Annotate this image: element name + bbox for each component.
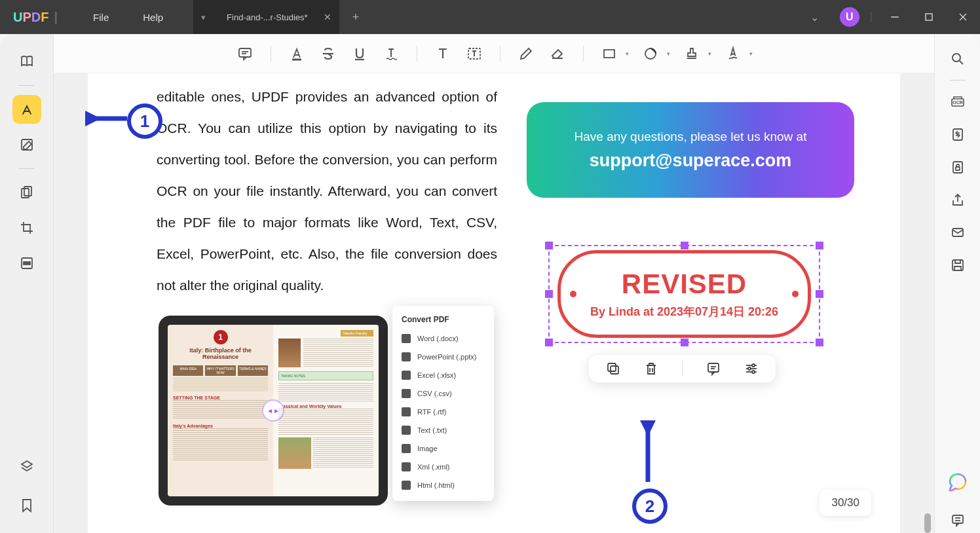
minimize-button[interactable] xyxy=(878,0,912,34)
convert-option-html[interactable]: Html (.html) xyxy=(392,476,494,494)
convert-option-excel[interactable]: Excel (.xlsx) xyxy=(392,366,494,384)
file-icon xyxy=(402,426,411,435)
highlighter-tool[interactable] xyxy=(283,40,311,67)
svg-point-26 xyxy=(748,367,751,370)
caret-icon[interactable]: ▾ xyxy=(626,50,629,57)
comment-mode-button[interactable] xyxy=(12,95,41,124)
reader-mode-button[interactable] xyxy=(12,47,41,76)
file-icon xyxy=(402,389,411,398)
svg-rect-16 xyxy=(604,50,614,58)
convert-button[interactable] xyxy=(945,121,971,147)
edit-mode-button[interactable] xyxy=(12,130,41,159)
strikethrough-tool[interactable] xyxy=(314,40,342,67)
svg-text:OCR: OCR xyxy=(952,100,963,105)
save-button[interactable] xyxy=(945,252,971,278)
title-bar: UPDF| File Help ▾ Find-and-...r-Studies*… xyxy=(0,0,980,34)
scrollbar-thumb[interactable] xyxy=(924,513,931,533)
maximize-button[interactable] xyxy=(912,0,946,34)
app-logo: UPDF| xyxy=(0,10,76,25)
file-icon xyxy=(402,334,411,343)
stamp-context-toolbar xyxy=(589,355,776,382)
body-paragraph: editable ones, UPDF provides an advanced… xyxy=(157,81,497,301)
callout-badge-1: 1 xyxy=(127,103,162,139)
caret-icon[interactable]: ▾ xyxy=(749,50,753,57)
layers-button[interactable] xyxy=(12,452,41,481)
close-button[interactable] xyxy=(946,0,980,34)
convert-option-word[interactable]: Word (.docx) xyxy=(392,329,494,348)
pdf-page: editable ones, UPDF provides an advanced… xyxy=(88,73,900,533)
caret-icon[interactable]: ▾ xyxy=(667,50,670,57)
resize-handle[interactable] xyxy=(816,339,823,346)
ai-assistant-icon[interactable] xyxy=(947,471,969,494)
stamp-selection[interactable]: REVISED By Linda at 2023年07月14日 20:26 xyxy=(548,245,820,343)
note-button[interactable] xyxy=(706,361,721,376)
tab-close-icon[interactable]: ✕ xyxy=(324,12,331,22)
redact-button[interactable] xyxy=(12,249,41,278)
eraser-tool[interactable] xyxy=(544,40,571,67)
svg-rect-9 xyxy=(239,48,251,57)
resize-handle[interactable] xyxy=(545,290,553,298)
ocr-button[interactable]: OCR xyxy=(945,88,971,115)
bookmarks-button[interactable] xyxy=(12,491,41,520)
convert-option-image[interactable]: Image xyxy=(392,439,494,458)
file-icon xyxy=(402,444,411,453)
annotation-toolbar: ▾ ▾ ▾ ▾ xyxy=(54,34,934,73)
sticky-note-tool[interactable] xyxy=(231,40,259,67)
svg-rect-40 xyxy=(952,515,963,523)
circle-tool[interactable] xyxy=(637,40,664,67)
user-avatar[interactable]: U xyxy=(840,7,859,27)
search-button[interactable] xyxy=(945,46,971,72)
file-icon xyxy=(402,371,411,380)
crop-pages-button[interactable] xyxy=(12,213,41,242)
caret-icon[interactable]: ▾ xyxy=(708,50,711,57)
resize-handle[interactable] xyxy=(816,242,823,249)
tab-dropdown-icon[interactable]: ▾ xyxy=(201,12,206,22)
convert-option-csv[interactable]: CSV (.csv) xyxy=(392,384,494,403)
document-tab[interactable]: ▾ Find-and-...r-Studies* ✕ xyxy=(193,0,339,34)
illustration-number: 1 xyxy=(214,330,228,344)
text-box-tool[interactable] xyxy=(461,40,488,67)
signature-tool[interactable] xyxy=(719,40,747,67)
rectangle-tool[interactable] xyxy=(595,40,623,67)
resize-handle[interactable] xyxy=(681,242,688,249)
tab-title: Find-and-...r-Studies* xyxy=(227,12,308,22)
copy-button[interactable] xyxy=(606,361,620,376)
pencil-tool[interactable] xyxy=(512,40,540,67)
document-canvas[interactable]: editable ones, UPDF provides an advanced… xyxy=(54,73,934,533)
file-icon xyxy=(402,481,411,490)
properties-button[interactable] xyxy=(744,361,759,376)
convert-option-rtf[interactable]: RTF (.rtf) xyxy=(392,403,494,421)
illustration-headline: Italy: Birthplace of the Renaissance xyxy=(173,347,268,360)
organize-pages-button[interactable] xyxy=(12,178,41,207)
stamp-title: REVISED xyxy=(622,268,747,300)
menu-file[interactable]: File xyxy=(76,12,126,23)
svg-point-24 xyxy=(752,364,755,367)
stamp-tool[interactable] xyxy=(678,40,706,67)
convert-option-powerpoint[interactable]: PowerPoint (.pptx) xyxy=(392,348,494,366)
right-sidebar: OCR xyxy=(934,34,980,533)
tabs-chevron-icon[interactable]: ⌄ xyxy=(800,11,829,24)
comments-panel-button[interactable] xyxy=(945,507,971,533)
new-tab-button[interactable]: + xyxy=(339,10,373,24)
text-tool[interactable] xyxy=(429,40,457,67)
resize-handle[interactable] xyxy=(545,339,553,346)
stamp-byline: By Linda at 2023年07月14日 20:26 xyxy=(590,304,778,320)
convert-popup-title: Convert PDF xyxy=(392,312,494,329)
resize-handle[interactable] xyxy=(681,339,688,346)
underline-tool[interactable] xyxy=(346,40,373,67)
resize-handle[interactable] xyxy=(816,290,823,298)
convert-option-text[interactable]: Text (.txt) xyxy=(392,421,494,439)
squiggly-tool[interactable] xyxy=(377,40,405,67)
convert-pdf-popup: Convert PDF Word (.docx) PowerPoint (.pp… xyxy=(392,306,494,501)
support-line: Have any questions, please let us know a… xyxy=(575,130,807,144)
convert-option-xml[interactable]: Xml (.xml) xyxy=(392,458,494,476)
delete-button[interactable] xyxy=(644,361,658,376)
svg-rect-20 xyxy=(708,363,719,372)
email-button[interactable] xyxy=(945,219,971,246)
resize-handle[interactable] xyxy=(545,242,553,249)
share-button[interactable] xyxy=(945,187,971,213)
protect-button[interactable] xyxy=(945,154,971,180)
page-indicator[interactable]: 30/30 xyxy=(820,490,871,516)
menu-help[interactable]: Help xyxy=(126,12,180,23)
revised-stamp[interactable]: REVISED By Linda at 2023年07月14日 20:26 xyxy=(557,250,811,338)
